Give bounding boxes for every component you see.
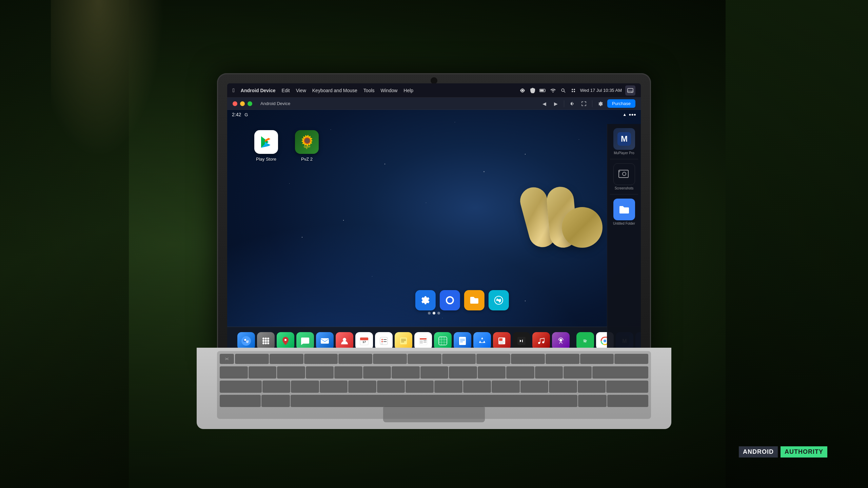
sidebar-folder-label: Untitled Folder [613, 222, 635, 225]
keyboard-mouse-menu[interactable]: Keyboard and Mouse [312, 88, 357, 93]
play-store-icon-container[interactable]: Play Store [254, 130, 278, 162]
menubar-left:  Android Device Edit View Keyboard and … [233, 87, 519, 94]
laptop-bezel:  Android Device Edit View Keyboard and … [217, 73, 651, 361]
toolbar-area: ◀ ▶ Purchase [539, 99, 635, 108]
android-status-icons: ▲ ●●● [623, 112, 636, 117]
dock-maps[interactable] [277, 332, 294, 350]
page-dots [428, 312, 440, 314]
settings-dock-icon[interactable] [415, 290, 436, 310]
dock-calendar[interactable]: 17 [355, 332, 373, 350]
files-dock-icon[interactable] [464, 290, 485, 310]
dock-preview[interactable] [493, 332, 511, 350]
svg-point-11 [631, 92, 632, 93]
browser-dock-icon[interactable] [489, 290, 509, 310]
page-dot-3 [437, 312, 440, 314]
sidebar-divider-2 [610, 194, 638, 195]
apple-menu[interactable]:  [233, 87, 235, 94]
svg-rect-50 [420, 338, 427, 340]
laptop-body:  Android Device Edit View Keyboard and … [170, 73, 698, 429]
tools-menu[interactable]: Tools [363, 88, 375, 93]
app-name-menu[interactable]: Android Device [241, 88, 276, 93]
page-dot-2[interactable] [433, 312, 435, 314]
dock-numbers[interactable] [434, 332, 452, 350]
dock-finder[interactable] [237, 332, 255, 350]
dock-launchpad[interactable] [257, 332, 275, 350]
carrier-indicator: G [244, 112, 248, 117]
svg-rect-39 [380, 337, 388, 345]
svg-point-8 [574, 91, 575, 92]
svg-rect-52 [423, 340, 427, 341]
toolbar-separator-2 [592, 100, 592, 107]
pvz2-icon-container[interactable]: 🌻 PvZ 2 [295, 130, 319, 162]
svg-point-0 [521, 89, 524, 92]
volume-button[interactable] [568, 99, 577, 108]
android-emulator[interactable]: 2:42 G ▲ ●●● [227, 110, 641, 354]
svg-point-42 [381, 341, 383, 342]
wifi-icon[interactable] [550, 87, 556, 94]
svg-point-28 [265, 340, 267, 342]
svg-rect-59 [459, 337, 466, 345]
dock-appletv[interactable] [513, 332, 530, 350]
dock-contacts[interactable] [336, 332, 353, 350]
dock-messages[interactable] [296, 332, 314, 350]
eyeball-icon[interactable] [519, 87, 526, 94]
purchase-button[interactable]: Purchase [607, 99, 635, 108]
svg-point-33 [284, 339, 287, 341]
svg-point-31 [265, 342, 267, 344]
svg-point-30 [262, 342, 264, 344]
svg-text:M: M [621, 134, 628, 143]
back-button[interactable]: ◀ [539, 99, 549, 108]
dock-reminders[interactable] [375, 332, 393, 350]
page-dot-1 [428, 312, 431, 314]
window-maximize-button[interactable] [248, 101, 252, 106]
laptop-screen:  Android Device Edit View Keyboard and … [227, 83, 641, 354]
sidebar-screenshots-icon[interactable] [613, 163, 635, 185]
help-menu[interactable]: Help [403, 88, 413, 93]
svg-point-40 [381, 339, 383, 340]
menubar-datetime: Wed 17 Jul 10:35 AM [580, 88, 622, 93]
android-clock: 2:42 G [232, 112, 248, 117]
dock-spotify[interactable] [576, 332, 594, 350]
dock-music[interactable] [532, 332, 550, 350]
svg-rect-9 [628, 88, 633, 93]
right-sidebar: M MuPlayer Pro Screenshots [607, 124, 641, 354]
window-controls [233, 101, 252, 106]
shield-icon[interactable] [529, 87, 536, 94]
fullscreen-button[interactable] [579, 99, 589, 108]
dock-notes[interactable] [395, 332, 412, 350]
android-wifi-icon: ▲ [623, 112, 627, 117]
homescreen-icons: Play Store 🌻 PvZ 2 [254, 130, 319, 162]
svg-rect-34 [321, 338, 329, 344]
harddrive-icon[interactable] [625, 85, 635, 96]
dock-appstore[interactable] [473, 332, 491, 350]
svg-point-75 [604, 340, 606, 342]
window-minimize-button[interactable] [240, 101, 245, 106]
pvz2-icon-img: 🌻 [295, 130, 319, 154]
mumu-window: Android Device ◀ ▶ [227, 98, 641, 354]
svg-point-13 [447, 298, 453, 303]
window-close-button[interactable] [233, 101, 237, 106]
settings-button[interactable] [596, 99, 605, 108]
svg-point-7 [572, 91, 573, 92]
trackpad[interactable] [383, 405, 485, 422]
battery-icon [539, 87, 546, 94]
sidebar-mumu-icon[interactable]: M [613, 128, 635, 150]
sidebar-folder-icon[interactable] [613, 199, 635, 220]
svg-point-24 [262, 338, 264, 340]
control-center-icon[interactable] [570, 87, 577, 94]
svg-point-71 [542, 341, 544, 343]
mumu-dock-icon[interactable] [440, 290, 460, 310]
dock-pages[interactable] [454, 332, 471, 350]
forward-button[interactable]: ▶ [551, 99, 560, 108]
mumu-titlebar: Android Device ◀ ▶ [227, 98, 641, 110]
edit-menu[interactable]: Edit [282, 88, 290, 93]
view-menu[interactable]: View [296, 88, 306, 93]
svg-rect-51 [420, 340, 423, 344]
dock-news[interactable] [414, 332, 432, 350]
window-menu[interactable]: Window [381, 88, 398, 93]
search-icon[interactable] [560, 87, 567, 94]
dock-mail[interactable] [316, 332, 334, 350]
svg-rect-53 [423, 342, 427, 343]
dock-podcasts[interactable] [552, 332, 570, 350]
svg-line-4 [564, 91, 565, 93]
